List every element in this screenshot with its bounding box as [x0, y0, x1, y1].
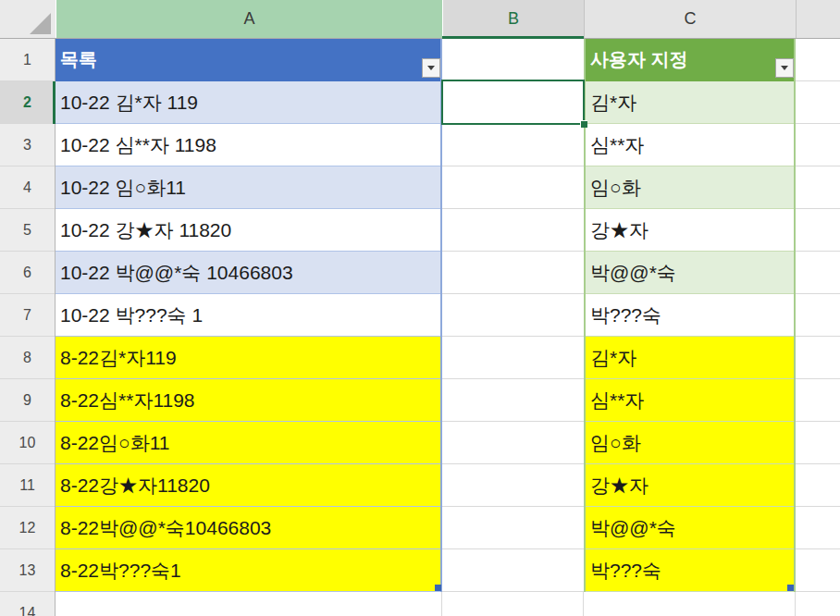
cell-a11[interactable]: 8-22강★자11820 [56, 464, 440, 507]
cell-c12[interactable]: 박@@*숙 [586, 507, 794, 549]
cell-b12[interactable] [442, 507, 584, 549]
table-c-resize-handle[interactable] [787, 585, 794, 591]
cell-d1[interactable] [796, 39, 840, 81]
cell-c10[interactable]: 임○화 [586, 422, 794, 464]
row-header-7[interactable]: 7 [0, 294, 55, 337]
column-d [796, 39, 840, 592]
cell-d5[interactable] [796, 209, 840, 252]
cell-b10[interactable] [442, 422, 584, 464]
cell-d13[interactable] [796, 549, 840, 592]
fill-handle[interactable] [580, 120, 587, 128]
table-a-filter-button[interactable] [422, 58, 440, 78]
cell-d12[interactable] [796, 507, 840, 549]
table-a-resize-handle[interactable] [435, 585, 441, 591]
active-cell-selection-border [441, 80, 585, 125]
cell-a4[interactable]: 10-22 임○화11 [56, 166, 440, 209]
cell-a6[interactable]: 10-22 박@@*숙 10466803 [56, 252, 440, 294]
row-14-partial: 14 [0, 592, 840, 616]
row-header-2[interactable]: 2 [0, 81, 55, 124]
row-header-strip: 1 2 3 4 5 6 7 8 9 10 11 12 13 [0, 39, 56, 592]
cell-c6[interactable]: 박@@*숙 [586, 252, 794, 294]
select-all-icon [30, 13, 51, 34]
cell-c13[interactable]: 박???숙 [586, 549, 794, 592]
row-header-1[interactable]: 1 [0, 39, 55, 81]
row-header-9[interactable]: 9 [0, 379, 55, 422]
cell-b8[interactable] [442, 337, 584, 379]
cell-c5[interactable]: 강★자 [586, 209, 794, 252]
table-c-column: 사용자 지정 김*자 심**자 임○화 강★자 박@@*숙 박???숙 김*자 … [584, 39, 796, 594]
cell-b11[interactable] [442, 464, 584, 507]
cell-c7[interactable]: 박???숙 [586, 294, 794, 337]
cell-a12[interactable]: 8-22박@@*숙10466803 [56, 507, 440, 549]
cell-a2[interactable]: 10-22 김*자 119 [56, 81, 440, 124]
row-header-13[interactable]: 13 [0, 549, 55, 592]
cell-b1[interactable] [442, 39, 584, 81]
table-c-header-cell[interactable]: 사용자 지정 [586, 39, 794, 81]
row-number: 2 [23, 94, 31, 110]
select-all-corner[interactable] [0, 0, 56, 38]
table-a-title: 목록 [60, 49, 97, 69]
spreadsheet: A B C 1 2 3 4 5 6 7 8 9 10 11 12 13 목록 1… [0, 0, 840, 616]
cell-b4[interactable] [442, 166, 584, 209]
cell-c2[interactable]: 김*자 [586, 81, 794, 124]
table-a-column: 목록 10-22 김*자 119 10-22 심**자 1198 10-22 임… [56, 39, 442, 594]
cell-a8[interactable]: 8-22김*자119 [56, 337, 440, 379]
filter-dropdown-icon [781, 66, 788, 70]
gridline [441, 592, 442, 616]
table-c-title: 사용자 지정 [590, 49, 688, 69]
cell-d4[interactable] [796, 166, 840, 209]
row-header-14[interactable]: 14 [0, 592, 56, 616]
cell-a9[interactable]: 8-22심**자1198 [56, 379, 440, 422]
cell-c8[interactable]: 김*자 [586, 337, 794, 379]
row-header-8[interactable]: 8 [0, 337, 55, 379]
row-header-3[interactable]: 3 [0, 124, 55, 166]
cell-c3[interactable]: 심**자 [586, 124, 794, 166]
gridline [795, 592, 796, 616]
cell-a5[interactable]: 10-22 강★자 11820 [56, 209, 440, 252]
column-header-b[interactable]: B [442, 0, 584, 38]
gridline [583, 592, 584, 616]
cell-d10[interactable] [796, 422, 840, 464]
cell-c11[interactable]: 강★자 [586, 464, 794, 507]
cell-d11[interactable] [796, 464, 840, 507]
cell-c9[interactable]: 심**자 [586, 379, 794, 422]
cell-b13[interactable] [442, 549, 584, 592]
cell-a3[interactable]: 10-22 심**자 1198 [56, 124, 440, 166]
row-header-11[interactable]: 11 [0, 464, 55, 507]
cell-d8[interactable] [796, 337, 840, 379]
cell-a10[interactable]: 8-22임○화11 [56, 422, 440, 464]
column-header-d[interactable] [796, 0, 840, 38]
cell-b5[interactable] [442, 209, 584, 252]
cell-d3[interactable] [796, 124, 840, 166]
cell-b6[interactable] [442, 252, 584, 294]
filter-dropdown-icon [427, 66, 435, 70]
cell-d2[interactable] [796, 81, 840, 124]
cell-d7[interactable] [796, 294, 840, 337]
cell-c4[interactable]: 임○화 [586, 166, 794, 209]
column-header-strip: A B C [0, 0, 840, 39]
cell-a13[interactable]: 8-22박???숙1 [56, 549, 440, 592]
cell-d6[interactable] [796, 252, 840, 294]
cell-a7[interactable]: 10-22 박???숙 1 [56, 294, 440, 337]
row-header-12[interactable]: 12 [0, 507, 55, 549]
cell-b3[interactable] [442, 124, 584, 166]
table-a-header-cell[interactable]: 목록 [56, 39, 440, 81]
cell-b9[interactable] [442, 379, 584, 422]
selected-column-accent [442, 36, 584, 39]
column-header-a[interactable]: A [56, 0, 442, 38]
row-header-5[interactable]: 5 [0, 209, 55, 252]
row-header-10[interactable]: 10 [0, 422, 55, 464]
cell-d9[interactable] [796, 379, 840, 422]
cell-b7[interactable] [442, 294, 584, 337]
table-c-filter-button[interactable] [775, 58, 794, 78]
row-header-4[interactable]: 4 [0, 166, 55, 209]
column-header-c[interactable]: C [584, 0, 796, 38]
row-header-6[interactable]: 6 [0, 252, 55, 294]
